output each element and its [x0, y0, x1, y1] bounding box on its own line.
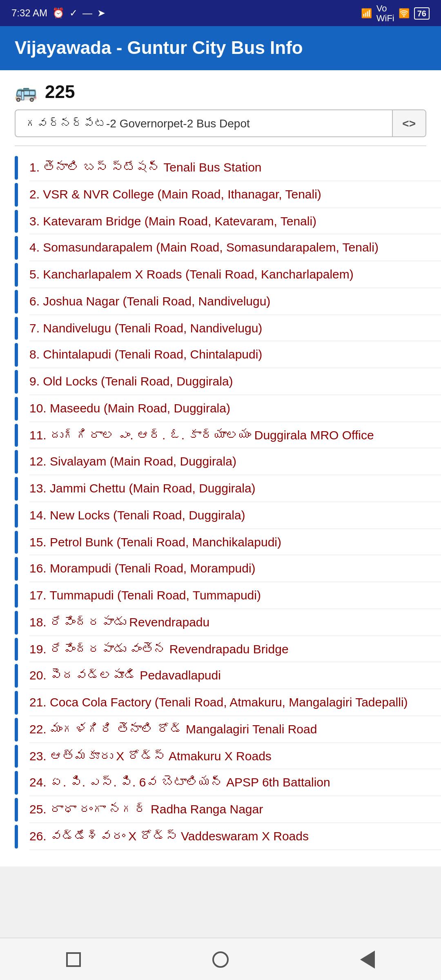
stop-indicator: [15, 156, 18, 180]
stop-text: 12. Sivalayam (Main Road, Duggirala): [29, 449, 441, 476]
stop-indicator: [15, 423, 18, 447]
bus-icon: 🚌: [15, 82, 37, 103]
stop-indicator: [15, 744, 18, 768]
route-selector[interactable]: గవర్నర్‌పేట-2 Governorpet-2 Bus Depot <>: [15, 109, 426, 137]
stop-indicator: [15, 557, 18, 581]
swap-button[interactable]: <>: [392, 110, 425, 136]
status-right: 📶 VoWiFi 🛜 76: [361, 3, 430, 23]
stop-indicator: [15, 290, 18, 314]
stop-item[interactable]: 8. Chintalapudi (Tenali Road, Chintalapu…: [0, 342, 441, 369]
stop-item[interactable]: 6. Joshua Nagar (Tenali Road, Nandivelug…: [0, 288, 441, 315]
stop-text: 21. Coca Cola Factory (Tenali Road, Atma…: [29, 689, 441, 716]
bus-header: 🚌 225: [0, 70, 441, 109]
stop-indicator: [15, 183, 18, 207]
app-bar: Vijayawada - Guntur City Bus Info: [0, 26, 441, 70]
stop-indicator: [15, 316, 18, 340]
stop-item[interactable]: 17. Tummapudi (Tenali Road, Tummapudi): [0, 582, 441, 609]
stop-item[interactable]: 13. Jammi Chettu (Main Road, Duggirala): [0, 475, 441, 502]
stop-item[interactable]: 14. New Locks (Tenali Road, Duggirala): [0, 502, 441, 529]
circle-icon: [212, 951, 229, 967]
bus-number: 225: [45, 82, 75, 103]
signal-icon: 📶: [361, 8, 372, 18]
main-content: 🚌 225 గవర్నర్‌పేట-2 Governorpet-2 Bus De…: [0, 70, 441, 866]
stop-item[interactable]: 2. VSR & NVR College (Main Road, Ithanag…: [0, 181, 441, 208]
stop-indicator: [15, 611, 18, 635]
stop-indicator: [15, 664, 18, 688]
stop-text: 11. దుగ్గిరాల ఎం. ఆర్. ఓ. కార్యాలయం Dugg…: [29, 422, 441, 449]
battery-indicator: 76: [414, 7, 430, 19]
stop-text: 2. VSR & NVR College (Main Road, Ithanag…: [29, 181, 441, 208]
alarm-icon: ⏰: [52, 7, 65, 19]
stop-text: 26. వడ్డేశ్వరం X రోడ్స్ Vaddeswaram X Ro…: [29, 823, 441, 850]
stop-text: 25. రాధా రంగా నగర్ Radha Ranga Nagar: [29, 796, 441, 823]
divider: [15, 145, 426, 146]
stop-item[interactable]: 23. ఆత్మకూరు X రోడ్స్ Atmakuru X Roads: [0, 743, 441, 770]
stop-text: 16. Morampudi (Tenali Road, Morampudi): [29, 556, 441, 583]
stop-item[interactable]: 18. రేవేంద్రపాడు Revendrapadu: [0, 609, 441, 636]
stop-item[interactable]: 24. ఏ. పి. ఎస్. పి. 6వ బెటాలియన్ APSP 6t…: [0, 770, 441, 797]
stop-text: 22. మంగళగిరి తెనాలి రోడ్ Mangalagiri Ten…: [29, 716, 441, 743]
stop-indicator: [15, 370, 18, 394]
stop-text: 6. Joshua Nagar (Tenali Road, Nandivelug…: [29, 288, 441, 315]
back-button[interactable]: [351, 943, 384, 976]
stop-text: 1. తెనాలి బస్ స్టేషన్ Tenali Bus Station: [29, 154, 441, 181]
vo-wifi-label: VoWiFi: [376, 3, 394, 23]
stop-item[interactable]: 19. రేవేంద్రపాడు వంతెన Revendrapadu Brid…: [0, 636, 441, 663]
stop-indicator: [15, 236, 18, 260]
stop-item[interactable]: 1. తెనాలి బస్ స్టేషన్ Tenali Bus Station: [0, 154, 441, 181]
stop-indicator: [15, 691, 18, 715]
recent-apps-button[interactable]: [57, 943, 90, 976]
stop-text: 8. Chintalapudi (Tenali Road, Chintalapu…: [29, 342, 441, 369]
time-display: 7:32 AM: [11, 7, 47, 19]
stop-text: 5. Kancharlapalem X Roads (Tenali Road, …: [29, 261, 441, 288]
stop-indicator: [15, 637, 18, 661]
stop-text: 24. ఏ. పి. ఎస్. పి. 6వ బెటాలియన్ APSP 6t…: [29, 770, 441, 797]
stop-item[interactable]: 7. Nandivelugu (Tenali Road, Nandivelugu…: [0, 315, 441, 342]
stop-text: 20. పెదవడ్లపూడి Pedavadlapudi: [29, 663, 441, 690]
stop-text: 14. New Locks (Tenali Road, Duggirala): [29, 502, 441, 529]
stop-item[interactable]: 15. Petrol Bunk (Tenali Road, Manchikala…: [0, 529, 441, 556]
stop-item[interactable]: 20. పెదవడ్లపూడి Pedavadlapudi: [0, 663, 441, 690]
stop-text: 17. Tummapudi (Tenali Road, Tummapudi): [29, 582, 441, 609]
stop-item[interactable]: 9. Old Locks (Tenali Road, Duggirala): [0, 368, 441, 395]
route-text: గవర్నర్‌పేట-2 Governorpet-2 Bus Depot: [16, 110, 392, 136]
stop-text: 13. Jammi Chettu (Main Road, Duggirala): [29, 475, 441, 502]
stop-indicator: [15, 530, 18, 554]
stop-item[interactable]: 10. Maseedu (Main Road, Duggirala): [0, 395, 441, 422]
square-icon: [66, 952, 81, 967]
app-title: Vijayawada - Guntur City Bus Info: [15, 38, 303, 58]
stop-text: 9. Old Locks (Tenali Road, Duggirala): [29, 368, 441, 395]
stop-text: 4. Somasundarapalem (Main Road, Somasund…: [29, 235, 441, 262]
send-icon: ➤: [97, 7, 105, 19]
stop-item[interactable]: 16. Morampudi (Tenali Road, Morampudi): [0, 556, 441, 583]
stop-indicator: [15, 209, 18, 233]
stop-indicator: [15, 771, 18, 795]
stop-text: 18. రేవేంద్రపాడు Revendrapadu: [29, 609, 441, 636]
stop-indicator: [15, 504, 18, 528]
stop-item[interactable]: 5. Kancharlapalem X Roads (Tenali Road, …: [0, 261, 441, 288]
stop-item[interactable]: 4. Somasundarapalem (Main Road, Somasund…: [0, 235, 441, 262]
stop-item[interactable]: 25. రాధా రంగా నగర్ Radha Ranga Nagar: [0, 796, 441, 823]
stop-indicator: [15, 718, 18, 742]
stop-indicator: [15, 450, 18, 474]
home-button[interactable]: [204, 943, 237, 976]
status-left: 7:32 AM ⏰ ✓ — ➤: [11, 7, 105, 19]
stop-text: 7. Nandivelugu (Tenali Road, Nandivelugu…: [29, 315, 441, 342]
stop-item[interactable]: 3. Katevaram Bridge (Main Road, Katevara…: [0, 208, 441, 235]
stop-indicator: [15, 343, 18, 367]
stop-text: 23. ఆత్మకూరు X రోడ్స్ Atmakuru X Roads: [29, 743, 441, 770]
wifi-icon: 🛜: [399, 8, 410, 18]
stop-text: 15. Petrol Bunk (Tenali Road, Manchikala…: [29, 529, 441, 556]
stop-item[interactable]: 26. వడ్డేశ్వరం X రోడ్స్ Vaddeswaram X Ro…: [0, 823, 441, 850]
check-icon: ✓: [69, 7, 78, 19]
triangle-icon: [360, 950, 375, 968]
stop-indicator: [15, 584, 18, 608]
stop-item[interactable]: 21. Coca Cola Factory (Tenali Road, Atma…: [0, 689, 441, 716]
stop-item[interactable]: 12. Sivalayam (Main Road, Duggirala): [0, 449, 441, 476]
stop-item[interactable]: 11. దుగ్గిరాల ఎం. ఆర్. ఓ. కార్యాలయం Dugg…: [0, 422, 441, 449]
stop-list: 1. తెనాలి బస్ స్టేషన్ Tenali Bus Station…: [0, 154, 441, 866]
status-bar: 7:32 AM ⏰ ✓ — ➤ 📶 VoWiFi 🛜 76: [0, 0, 441, 26]
stop-item[interactable]: 22. మంగళగిరి తెనాలి రోడ్ Mangalagiri Ten…: [0, 716, 441, 743]
stop-text: 3. Katevaram Bridge (Main Road, Katevara…: [29, 208, 441, 235]
stop-indicator: [15, 263, 18, 287]
